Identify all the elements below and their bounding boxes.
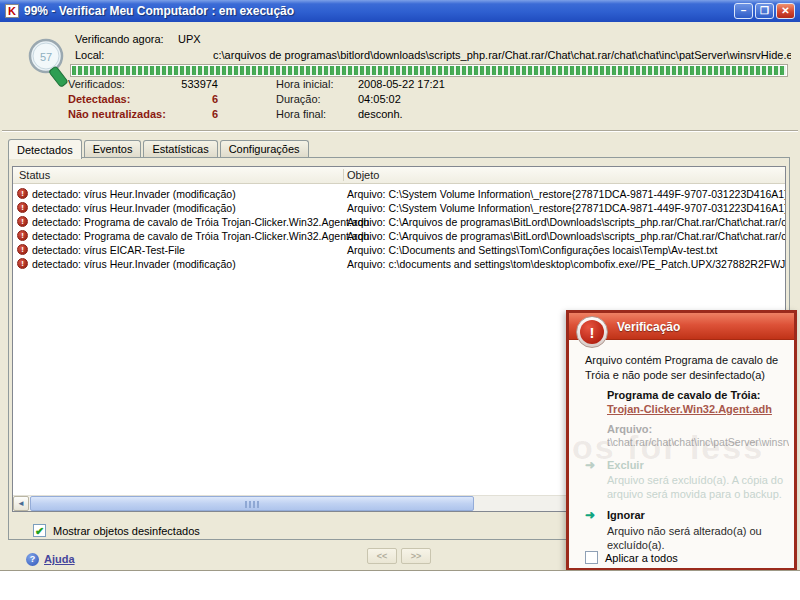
row-object: Arquivo: C:\Arquivos de programas\BitLor… <box>347 216 785 228</box>
row-status: detectado: vírus Heur.Invader (modificaç… <box>32 258 236 270</box>
row-object: Arquivo: C:\System Volume Information\_r… <box>347 188 785 200</box>
start-time-value: 2008-05-22 17:21 <box>358 78 445 90</box>
previous-button[interactable]: << <box>367 548 397 564</box>
row-object: Arquivo: c:\documents and settings\tom\d… <box>347 258 785 270</box>
table-row[interactable]: ! detectado: Programa de cavalo de Tróia… <box>13 215 785 229</box>
row-status: detectado: vírus Heur.Invader (modificaç… <box>32 188 236 200</box>
scan-progress-bar <box>70 64 788 77</box>
duration-value: 04:05:02 <box>358 93 401 105</box>
row-status: detectado: Programa de cavalo de Tróia T… <box>32 216 369 228</box>
end-time-label: Hora final: <box>276 108 326 120</box>
alert-icon: ! <box>17 258 28 269</box>
apply-to-all-label[interactable]: Aplicar a todos <box>605 552 678 564</box>
show-disinfected-checkbox[interactable]: ✔ <box>33 524 46 537</box>
close-button[interactable]: ✕ <box>776 3 795 19</box>
scanning-now-label: Verificando agora: <box>75 33 164 45</box>
verified-value: 533974 <box>150 78 218 90</box>
table-row[interactable]: ! detectado: vírus Heur.Invader (modific… <box>13 201 785 215</box>
detected-value: 6 <box>150 93 218 105</box>
file-label: Arquivo: <box>607 423 652 435</box>
object-column-header[interactable]: Objeto <box>347 169 379 181</box>
table-row[interactable]: ! detectado: Programa de cavalo de Tróia… <box>13 229 785 243</box>
row-status: detectado: Programa de cavalo de Tróia T… <box>32 230 369 242</box>
window-controls: – ❐ ✕ <box>734 3 795 19</box>
alert-icon: ! <box>17 188 28 199</box>
end-time-value: desconh. <box>358 108 403 120</box>
tab-estatisticas[interactable]: Estatísticas <box>143 140 217 158</box>
alert-icon: ! <box>17 216 28 227</box>
scrollbar-grip <box>245 501 259 508</box>
ignore-action-link[interactable]: Ignorar <box>607 509 645 521</box>
alert-dialog-title: Verificação <box>617 320 680 334</box>
restore-button[interactable]: ❐ <box>755 3 774 19</box>
column-divider[interactable] <box>343 169 344 181</box>
help-icon[interactable]: ? <box>26 553 39 566</box>
alert-icon: ! <box>17 230 28 241</box>
next-button[interactable]: >> <box>401 548 431 564</box>
scan-magnifier-icon: 57 <box>27 37 71 97</box>
window-title: 99% - Verificar Meu Computador : em exec… <box>24 4 294 18</box>
alert-exclamation-icon: ! <box>576 316 608 348</box>
threat-type-label: Programa de cavalo de Tróia: <box>607 389 760 401</box>
row-status: detectado: vírus EICAR-Test-File <box>32 244 185 256</box>
title-bar[interactable]: K 99% - Verificar Meu Computador : em ex… <box>0 0 800 22</box>
scroll-left-button[interactable]: ◄ <box>13 496 29 511</box>
alert-icon: ! <box>17 244 28 255</box>
delete-action-description: Arquivo será excluído(a). A cópia do arq… <box>607 473 792 502</box>
scrollbar-thumb[interactable] <box>30 496 474 511</box>
tab-detectados[interactable]: Detectados <box>8 139 82 159</box>
alert-exclamation-glyph: ! <box>580 320 604 344</box>
alert-icon: ! <box>17 202 28 213</box>
antivirus-scan-window: K 99% - Verificar Meu Computador : em ex… <box>0 0 800 571</box>
scanning-now-value: UPX <box>178 33 201 45</box>
scan-progress-fill <box>72 66 786 75</box>
table-row[interactable]: ! detectado: vírus Heur.Invader (modific… <box>13 257 785 271</box>
table-row[interactable]: ! detectado: vírus Heur.Invader (modific… <box>13 187 785 201</box>
threat-name-link[interactable]: Trojan-Clicker.Win32.Agent.adh <box>607 403 772 415</box>
not-neutralized-value: 6 <box>150 108 218 120</box>
status-column-header[interactable]: Status <box>19 169 50 181</box>
row-object: Arquivo: C:\Documents and Settings\Tom\C… <box>347 244 717 256</box>
kaspersky-logo-icon: K <box>5 4 19 18</box>
alert-message: Arquivo contém Programa de cavalo de Tró… <box>585 353 787 383</box>
header-separator <box>2 130 798 132</box>
row-object: Arquivo: C:\Arquivos de programas\BitLor… <box>347 230 785 242</box>
show-disinfected-label[interactable]: Mostrar objetos desinfectados <box>53 525 200 537</box>
local-path: c:\arquivos de programas\bitlord\downloa… <box>213 49 791 61</box>
table-row[interactable]: ! detectado: vírus EICAR-Test-File Arqui… <box>13 243 785 257</box>
minimize-button[interactable]: – <box>734 3 753 19</box>
delete-action-link: Excluir <box>607 459 644 471</box>
verified-label: Verificados: <box>68 78 125 90</box>
tab-eventos[interactable]: Eventos <box>84 140 142 158</box>
start-time-label: Hora inicial: <box>276 78 333 90</box>
delete-arrow-icon: ➜ <box>585 458 595 472</box>
apply-to-all-checkbox[interactable] <box>585 551 598 564</box>
row-status: detectado: vírus Heur.Invader (modificaç… <box>32 202 236 214</box>
list-header[interactable]: Status Objeto <box>13 167 785 184</box>
row-object: Arquivo: C:\System Volume Information\_r… <box>347 202 785 214</box>
svg-text:57: 57 <box>40 51 52 63</box>
tab-strip: Detectados Eventos Estatísticas Configur… <box>8 139 311 158</box>
duration-label: Duração: <box>276 93 321 105</box>
verification-alert-dialog: ! Verificação Arquivo contém Programa de… <box>566 310 797 571</box>
tab-configuracoes[interactable]: Configurações <box>220 140 309 158</box>
file-path: t\chat.rar/chat\chat\inc\patServer\winsr… <box>607 436 789 448</box>
help-link[interactable]: Ajuda <box>44 553 75 565</box>
local-label: Local: <box>75 49 104 61</box>
detected-label: Detectadas: <box>68 93 130 105</box>
ignore-arrow-icon: ➜ <box>585 508 595 522</box>
ignore-action-description: Arquivo não será alterado(a) ou excluído… <box>607 524 792 553</box>
